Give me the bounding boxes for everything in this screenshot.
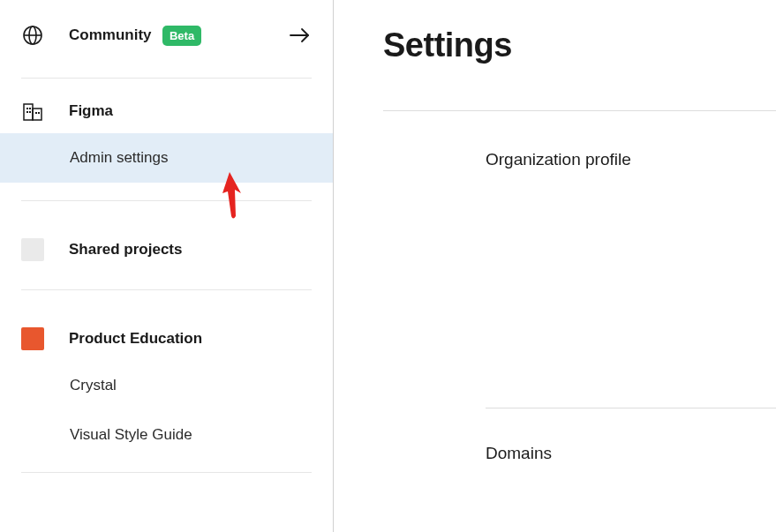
sidebar-item-admin-settings[interactable]: Admin settings bbox=[0, 133, 333, 183]
svg-rect-7 bbox=[29, 108, 31, 109]
svg-rect-8 bbox=[26, 111, 28, 113]
arrow-right-icon bbox=[289, 24, 312, 47]
section-header-figma[interactable]: Figma bbox=[0, 89, 333, 133]
main-panel: Settings Organization profile Domains bbox=[334, 0, 776, 532]
divider bbox=[21, 472, 312, 473]
sidebar-item-crystal[interactable]: Crystal bbox=[0, 361, 333, 410]
section-title: Shared projects bbox=[69, 241, 183, 259]
subitem-label: Visual Style Guide bbox=[70, 426, 192, 444]
folder-swatch-icon bbox=[21, 238, 44, 261]
sidebar-item-community[interactable]: Community Beta bbox=[0, 12, 333, 58]
svg-rect-9 bbox=[29, 111, 31, 113]
settings-section-org-profile[interactable]: Organization profile bbox=[383, 150, 776, 169]
svg-rect-11 bbox=[38, 112, 40, 114]
svg-rect-5 bbox=[33, 109, 41, 120]
subitem-label: Crystal bbox=[70, 377, 117, 394]
section-title: Figma bbox=[69, 102, 113, 120]
sidebar: Community Beta bbox=[0, 0, 334, 532]
beta-badge: Beta bbox=[162, 26, 201, 46]
buildings-icon bbox=[21, 100, 44, 123]
svg-rect-6 bbox=[26, 108, 28, 109]
sidebar-section-product-education: Product Education Crystal Visual Style G… bbox=[0, 317, 333, 460]
divider bbox=[21, 78, 312, 79]
sidebar-item-visual-style-guide[interactable]: Visual Style Guide bbox=[0, 410, 333, 460]
globe-icon bbox=[21, 24, 44, 47]
subitem-label: Admin settings bbox=[70, 149, 169, 167]
settings-section-domains[interactable]: Domains bbox=[383, 444, 776, 463]
svg-rect-10 bbox=[35, 112, 37, 114]
section-title: Product Education bbox=[69, 330, 202, 348]
sidebar-section-shared-projects: Shared projects bbox=[0, 228, 333, 272]
community-label: Community bbox=[69, 26, 152, 43]
divider bbox=[486, 408, 776, 408]
folder-swatch-icon bbox=[21, 327, 44, 350]
section-header-shared-projects[interactable]: Shared projects bbox=[0, 228, 333, 272]
divider bbox=[21, 200, 312, 201]
divider bbox=[21, 289, 312, 290]
divider bbox=[383, 110, 776, 111]
section-header-product-education[interactable]: Product Education bbox=[0, 317, 333, 361]
page-title: Settings bbox=[383, 26, 776, 64]
sidebar-section-figma: Figma Admin settings bbox=[0, 89, 333, 183]
